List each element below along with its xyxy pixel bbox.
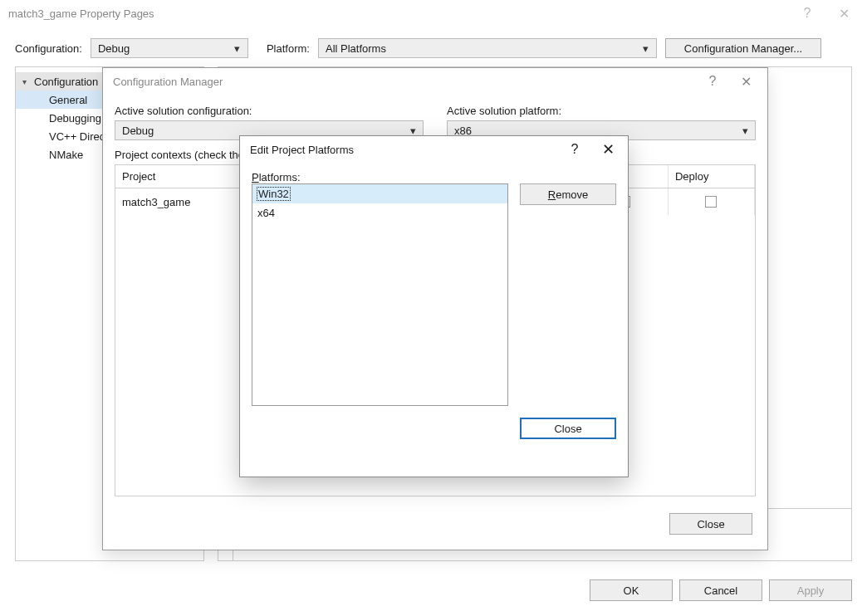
property-pages-footer: OK Cancel Apply [590,579,852,601]
cancel-button[interactable]: Cancel [679,579,762,601]
apply-button-label: Apply [797,584,825,597]
platforms-label: Platforms: [252,171,616,183]
list-item-label: Win32 [257,188,290,200]
platform-label: Platform: [267,42,310,55]
close-button[interactable]: Close [520,418,616,439]
help-icon[interactable]: ? [696,70,729,93]
configuration-combo[interactable]: Debug ▾ [91,38,248,58]
help-icon[interactable]: ? [558,138,591,161]
cell-deploy[interactable] [669,188,755,215]
list-item-label: x64 [257,207,275,219]
close-button[interactable]: Close [669,513,752,535]
active-solution-platform-label: Active solution platform: [447,105,756,117]
close-button-label: Close [697,518,724,530]
help-icon[interactable]: ? [789,2,825,25]
active-solution-config-label: Active solution configuration: [115,105,424,117]
edit-project-platforms-dialog: Edit Project Platforms ? ✕ Platforms: Wi… [240,136,628,477]
configuration-row: Configuration: Debug ▾ Platform: All Pla… [15,38,852,58]
configuration-value: Debug [98,42,231,55]
remove-button-label: Remove [548,188,588,201]
caret-down-icon: ▾ [22,77,34,86]
edit-project-platforms-body: Platforms: Win32 x64 Remove Close [240,163,628,451]
chevron-down-icon: ▾ [639,42,653,55]
edit-project-platforms-title: Edit Project Platforms [250,144,558,156]
property-pages-titlebar: match3_game Property Pages ? ✕ [0,0,867,27]
cancel-button-label: Cancel [704,584,737,597]
edit-project-platforms-titlebar: Edit Project Platforms ? ✕ [240,136,628,163]
col-deploy: Deploy [669,165,755,188]
remove-accel: R [548,188,556,201]
configuration-label: Configuration: [15,42,82,55]
tree-item-label: Debugging [49,112,101,125]
tree-item-label: General [49,94,87,106]
tree-item-label: NMake [49,149,83,161]
active-solution-platform-value: x86 [454,125,738,137]
chevron-down-icon: ▾ [406,125,419,137]
configuration-manager-button[interactable]: Configuration Manager... [665,38,821,58]
platform-combo[interactable]: All Platforms ▾ [318,38,657,58]
checkbox-icon [705,196,717,208]
platform-value: All Platforms [326,42,639,55]
apply-button[interactable]: Apply [769,579,852,601]
chevron-down-icon: ▾ [738,125,752,137]
property-pages-title: match3_game Property Pages [8,7,789,20]
platforms-label-accel: P [252,171,259,183]
ok-button[interactable]: OK [590,579,673,601]
chevron-down-icon: ▾ [231,42,244,55]
ok-button-label: OK [624,584,639,597]
remove-button[interactable]: Remove [520,183,616,205]
close-icon[interactable]: ✕ [729,70,762,93]
list-item[interactable]: Win32 [252,184,507,203]
list-item[interactable]: x64 [252,203,507,222]
close-icon[interactable]: ✕ [825,2,862,25]
close-icon[interactable]: ✕ [591,138,625,161]
configuration-manager-footer: Close [669,513,752,535]
configuration-manager-titlebar: Configuration Manager ? ✕ [103,68,767,95]
configuration-manager-title: Configuration Manager [113,76,696,88]
active-solution-config-value: Debug [122,125,406,137]
close-button-label: Close [554,423,581,435]
platforms-listbox[interactable]: Win32 x64 [252,183,508,406]
configuration-manager-button-label: Configuration Manager... [684,42,802,55]
